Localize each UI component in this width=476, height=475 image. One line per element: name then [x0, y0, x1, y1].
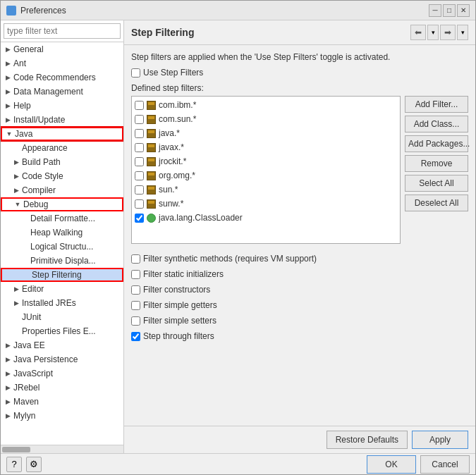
sidebar-item-label: Java Persistence — [13, 354, 78, 364]
filter-synthetic-checkbox[interactable] — [131, 254, 140, 264]
sidebar-item-label: Install/Update — [13, 115, 65, 125]
sidebar-item-installed-jres[interactable]: Installed JREs — [1, 296, 123, 310]
sidebar-item-build-path[interactable]: Build Path — [1, 155, 123, 169]
sidebar-item-data-management[interactable]: Data Management — [1, 85, 123, 99]
filter-item-org-omg[interactable]: org.omg.* — [133, 168, 398, 183]
filter-label: com.sun.* — [159, 114, 196, 124]
filter-setters-checkbox[interactable] — [131, 316, 140, 326]
sidebar-item-code-style[interactable]: Code Style — [1, 169, 123, 183]
panel-nav: ⬅ ▾ ➡ ▾ — [410, 25, 468, 40]
sidebar-item-label: JavaScript — [13, 369, 53, 378]
sidebar-item-label: Primitive Displa... — [30, 256, 96, 266]
filter-checkbox-classloader[interactable] — [135, 214, 144, 223]
select-all-button[interactable]: Select All — [405, 175, 468, 192]
sidebar-item-heap-walking[interactable]: Heap Walking — [1, 226, 123, 240]
nav-back-dropdown[interactable]: ▾ — [427, 25, 439, 40]
filter-item-classloader[interactable]: java.lang.ClassLoader — [133, 211, 398, 225]
sidebar-item-step-filtering[interactable]: Step Filtering — [1, 268, 123, 282]
sidebar-item-detail-formatter[interactable]: Detail Formatte... — [1, 211, 123, 226]
ok-button[interactable]: OK — [367, 455, 416, 474]
filter-checkbox-com-ibm[interactable] — [135, 101, 144, 110]
add-packages-button[interactable]: Add Packages... — [405, 135, 468, 152]
filter-checkbox-org-omg[interactable] — [135, 171, 144, 180]
filter-item-javax[interactable]: javax.* — [133, 140, 398, 154]
option-step-through: Step through filters — [131, 328, 468, 344]
add-filter-button[interactable]: Add Filter... — [405, 96, 468, 113]
remove-button[interactable]: Remove — [405, 155, 468, 172]
restore-defaults-button[interactable]: Restore Defaults — [327, 431, 408, 449]
sidebar-item-install-update[interactable]: Install/Update — [1, 113, 123, 127]
filter-item-sun[interactable]: sun.* — [133, 183, 398, 197]
sidebar-item-maven[interactable]: Maven — [1, 395, 123, 409]
nav-forward-button[interactable]: ➡ — [440, 25, 456, 40]
close-button[interactable]: ✕ — [457, 4, 470, 17]
search-input[interactable] — [4, 23, 121, 39]
minimize-button[interactable]: ─ — [429, 4, 441, 17]
filter-checkbox-javax[interactable] — [135, 143, 144, 152]
sidebar-item-properties-files[interactable]: Properties Files E... — [1, 324, 123, 338]
step-through-checkbox[interactable] — [131, 332, 140, 341]
sidebar-item-java-persistence[interactable]: Java Persistence — [1, 352, 123, 366]
sidebar-item-debug[interactable]: Debug — [1, 197, 123, 211]
use-step-filters-checkbox[interactable] — [131, 68, 140, 78]
filter-label: com.ibm.* — [159, 100, 196, 110]
filter-constructors-checkbox[interactable] — [131, 285, 140, 295]
filter-item-com-ibm[interactable]: com.ibm.* — [133, 98, 398, 112]
sidebar-item-label: Heap Walking — [30, 228, 83, 238]
sidebar-item-label: Step Filtering — [32, 270, 82, 280]
sidebar-item-label: Java — [15, 129, 32, 139]
pkg-icon — [147, 115, 156, 124]
sidebar-item-jrebel[interactable]: JRebel — [1, 381, 123, 395]
defined-filters-label: Defined step filters: — [131, 83, 468, 93]
filters-list[interactable]: com.ibm.* com.sun.* java.* — [131, 96, 401, 244]
sidebar-item-java[interactable]: Java — [1, 127, 123, 141]
window-title: Preferences — [20, 6, 429, 16]
pkg-icon — [147, 129, 156, 138]
sidebar-item-junit[interactable]: JUnit — [1, 310, 123, 324]
arrow-icon — [4, 59, 12, 68]
help-button[interactable]: ? — [6, 457, 22, 472]
panel-body: Step filters are applied when the 'Use S… — [124, 45, 475, 426]
filter-checkbox-com-sun[interactable] — [135, 115, 144, 124]
filter-checkbox-sun[interactable] — [135, 185, 144, 195]
use-step-filters-row: Use Step Filters — [131, 68, 468, 78]
sidebar-item-logical-structure[interactable]: Logical Structu... — [1, 240, 123, 254]
cancel-button[interactable]: Cancel — [420, 455, 470, 474]
sidebar-item-code-recommenders[interactable]: Code Recommenders — [1, 70, 123, 85]
maximize-button[interactable]: □ — [443, 4, 456, 17]
sidebar-item-ant[interactable]: Ant — [1, 56, 123, 70]
filter-getters-checkbox[interactable] — [131, 301, 140, 310]
filter-item-com-sun[interactable]: com.sun.* — [133, 112, 398, 126]
filter-item-jrockit[interactable]: jrockit.* — [133, 154, 398, 168]
filter-checkbox-sunw[interactable] — [135, 199, 144, 209]
sidebar-item-appearance[interactable]: Appearance — [1, 141, 123, 155]
sidebar-item-editor[interactable]: Editor — [1, 282, 123, 296]
sidebar-item-general[interactable]: General — [1, 42, 123, 56]
side-buttons: Add Filter... Add Class... Add Packages.… — [405, 96, 468, 244]
option-filter-constructors: Filter constructors — [131, 282, 468, 297]
filter-checkbox-java[interactable] — [135, 129, 144, 138]
description-text: Step filters are applied when the 'Use S… — [131, 52, 468, 62]
nav-back-button[interactable]: ⬅ — [410, 25, 426, 40]
filter-item-sunw[interactable]: sunw.* — [133, 197, 398, 211]
filter-static-checkbox[interactable] — [131, 270, 140, 279]
sidebar-item-compiler[interactable]: Compiler — [1, 183, 123, 197]
add-class-button[interactable]: Add Class... — [405, 116, 468, 132]
sidebar-scrollbar[interactable] — [1, 445, 123, 453]
sidebar-item-javascript[interactable]: JavaScript — [1, 366, 123, 381]
sidebar-item-label: Help — [13, 101, 31, 111]
right-panel: Step Filtering ⬅ ▾ ➡ ▾ Step filters are … — [124, 20, 475, 453]
sidebar-item-help[interactable]: Help — [1, 99, 123, 113]
step-through-label: Step through filters — [143, 331, 214, 341]
nav-forward-dropdown[interactable]: ▾ — [457, 25, 468, 40]
sidebar-item-mylyn[interactable]: Mylyn — [1, 409, 123, 423]
filter-checkbox-jrockit[interactable] — [135, 157, 144, 166]
sidebar-item-primitive-display[interactable]: Primitive Displa... — [1, 254, 123, 268]
arrow-icon — [5, 130, 13, 138]
settings-button[interactable]: ⚙ — [26, 457, 42, 472]
filter-item-java[interactable]: java.* — [133, 126, 398, 140]
deselect-all-button[interactable]: Deselect All — [405, 195, 468, 211]
sidebar-item-java-ee[interactable]: Java EE — [1, 338, 123, 352]
apply-button[interactable]: Apply — [412, 431, 468, 449]
filter-label: java.lang.ClassLoader — [159, 213, 243, 223]
